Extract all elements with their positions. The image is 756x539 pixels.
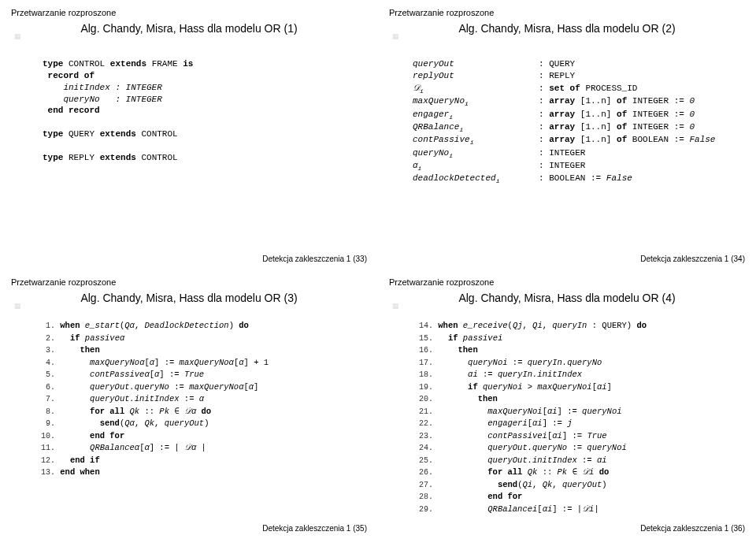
- algo-line: 22. engageri[αi] := j: [413, 418, 745, 430]
- algo-line: 8. for all Qk :: Pk ∈ 𝒟α do: [35, 406, 367, 418]
- algo-line: 29. QRBalancei[αi] := |𝒟i|: [413, 504, 745, 516]
- algorithm: 14. when e_receive(Qj, Qi, queryIn : QUE…: [413, 320, 745, 515]
- slide-footer: Detekcja zakleszczenia 1 (33): [262, 255, 367, 263]
- slide-header: Przetwarzanie rozproszone: [11, 277, 367, 287]
- algo-line: 26. for all Qk :: Pk ∈ 𝒟i do: [413, 467, 745, 479]
- slide-header: Przetwarzanie rozproszone: [11, 8, 367, 17]
- slide-1: Przetwarzanie rozproszone Alg. Chandy, M…: [0, 0, 378, 270]
- slide-footer: Detekcja zakleszczenia 1 (36): [640, 524, 745, 533]
- algo-line: 11. QRBalanceα[α] := | 𝒟α |: [35, 442, 367, 455]
- algo-line: 6. queryOut.queryNo := maxQueryNoα[α]: [35, 381, 367, 394]
- algo-line: 23. contPassivei[αi] := True: [413, 430, 745, 443]
- algo-line: 15. if passivei: [413, 333, 745, 345]
- algo-line: 1. when e_start(Qα, DeadlockDetection) d…: [35, 320, 367, 333]
- algo-line: 9. send(Qα, Qk, queryOut): [35, 418, 367, 430]
- code-block: type CONTROL extends FRAME is record of …: [43, 58, 367, 164]
- def-row: deadlockDetectedi: BOOLEAN := False: [413, 173, 745, 185]
- slide-title: Alg. Chandy, Misra, Hass dla modelu OR (…: [11, 292, 367, 304]
- algo-line: 14. when e_receive(Qj, Qi, queryIn : QUE…: [413, 320, 745, 333]
- slide-title: Alg. Chandy, Misra, Hass dla modelu OR (…: [389, 22, 745, 35]
- algo-line: 7. queryOut.initIndex := α: [35, 393, 367, 406]
- algo-line: 10. end for: [35, 430, 367, 443]
- algo-line: 20. then: [413, 393, 745, 406]
- algo-line: 18. αi := queryIn.initIndex: [413, 369, 745, 381]
- def-row: engageri: array [1..n] of INTEGER := 0: [413, 109, 745, 121]
- algo-line: 2. if passiveα: [35, 333, 367, 345]
- algo-line: 28. end for: [413, 491, 745, 504]
- algo-line: 16. then: [413, 344, 745, 357]
- algo-line: 4. maxQueryNoα[α] := maxQueryNoα[α] + 1: [35, 357, 367, 370]
- algo-line: 12. end if: [35, 455, 367, 467]
- algorithm: 1. when e_start(Qα, DeadlockDetection) d…: [35, 320, 367, 479]
- watermark-icon: ▦: [14, 303, 21, 310]
- slide-header: Przetwarzanie rozproszone: [389, 277, 745, 287]
- algo-line: 24. queryOut.queryNo := queryNoi: [413, 442, 745, 455]
- algo-line: 17. queryNoi := queryIn.queryNo: [413, 357, 745, 370]
- algo-line: 5. contPassiveα[α] := True: [35, 369, 367, 381]
- def-row: QRBalancei: array [1..n] of INTEGER := 0: [413, 121, 745, 134]
- slide-footer: Detekcja zakleszczenia 1 (35): [262, 524, 367, 533]
- definitions: queryOut: QUERYreplyOut: REPLY𝒟i: set of…: [413, 58, 745, 186]
- def-row: 𝒟i: set of PROCESS_ID: [413, 83, 745, 95]
- slide-title: Alg. Chandy, Misra, Hass dla modelu OR (…: [389, 292, 745, 304]
- algo-line: 3. then: [35, 344, 367, 357]
- slide-4: Przetwarzanie rozproszone Alg. Chandy, M…: [378, 270, 756, 539]
- def-row: maxQueryNoi: array [1..n] of INTEGER := …: [413, 95, 745, 108]
- def-row: replyOut: REPLY: [413, 70, 745, 82]
- def-row: αi: INTEGER: [413, 160, 745, 173]
- watermark-icon: ▦: [14, 33, 21, 40]
- slide-2: Przetwarzanie rozproszone Alg. Chandy, M…: [378, 0, 756, 270]
- algo-line: 27. send(Qi, Qk, queryOut): [413, 479, 745, 492]
- slide-title: Alg. Chandy, Misra, Hass dla modelu OR (…: [11, 22, 367, 35]
- def-row: queryNoi: INTEGER: [413, 147, 745, 160]
- algo-line: 25. queryOut.initIndex := αi: [413, 455, 745, 467]
- algo-line: 21. maxQueryNoi[αi] := queryNoi: [413, 406, 745, 418]
- watermark-icon: ▦: [392, 33, 399, 40]
- slide-footer: Detekcja zakleszczenia 1 (34): [640, 255, 745, 263]
- slide-3: Przetwarzanie rozproszone Alg. Chandy, M…: [0, 270, 378, 539]
- def-row: queryOut: QUERY: [413, 58, 745, 70]
- algo-line: 13. end when: [35, 467, 367, 479]
- slide-header: Przetwarzanie rozproszone: [389, 8, 745, 17]
- def-row: contPassivei: array [1..n] of BOOLEAN :=…: [413, 134, 745, 147]
- watermark-icon: ▦: [392, 303, 399, 310]
- algo-line: 19. if queryNoi > maxQueryNoi[αi]: [413, 381, 745, 394]
